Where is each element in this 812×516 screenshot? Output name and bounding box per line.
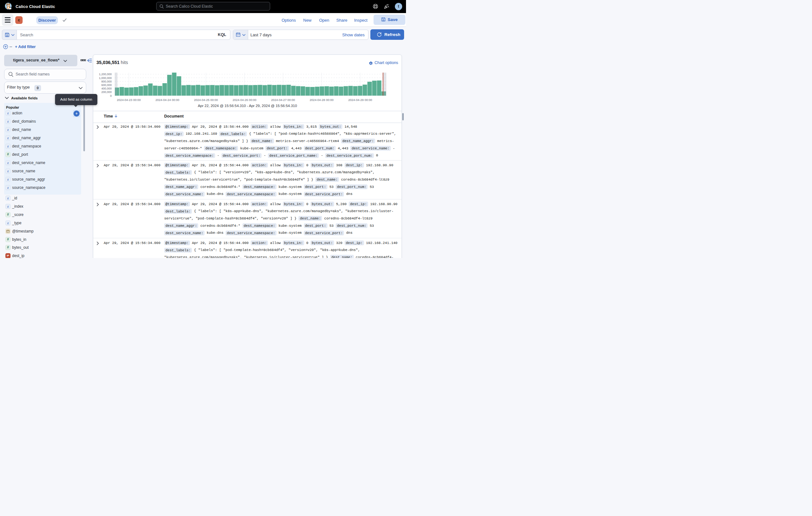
svg-text:1,000,000: 1,000,000 bbox=[99, 77, 112, 80]
svg-text:2024-04-26 00:00: 2024-04-26 00:00 bbox=[233, 98, 257, 102]
svg-text:400,000: 400,000 bbox=[101, 87, 112, 90]
svg-text:2024-04-25 00:00: 2024-04-25 00:00 bbox=[194, 98, 218, 102]
svg-text:2024-04-24 00:00: 2024-04-24 00:00 bbox=[155, 98, 179, 102]
svg-text:2024-04-28 00:00: 2024-04-28 00:00 bbox=[310, 98, 334, 102]
svg-text:800,000: 800,000 bbox=[101, 80, 112, 83]
svg-text:2024-04-27 00:00: 2024-04-27 00:00 bbox=[271, 98, 295, 102]
svg-text:1,200,000: 1,200,000 bbox=[99, 73, 112, 76]
svg-text:0: 0 bbox=[110, 94, 112, 98]
svg-text:200,000: 200,000 bbox=[101, 90, 112, 93]
svg-text:600,000: 600,000 bbox=[101, 83, 112, 87]
svg-text:2024-04-23 00:00: 2024-04-23 00:00 bbox=[117, 98, 141, 102]
svg-text:2024-04-29 00:00: 2024-04-29 00:00 bbox=[348, 98, 372, 102]
